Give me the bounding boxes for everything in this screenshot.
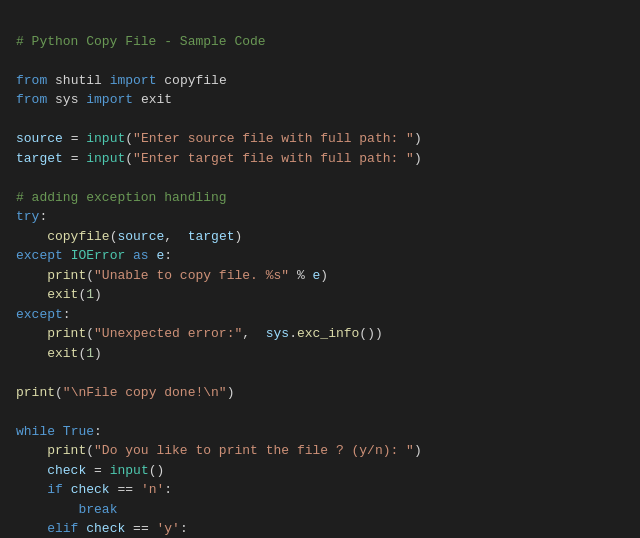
check-input: check = input() — [16, 463, 164, 478]
comment-exception: # adding exception handling — [16, 190, 227, 205]
source-input: source = input("Enter source file with f… — [16, 131, 422, 146]
print-done: print("\nFile copy done!\n") — [16, 385, 234, 400]
import-shutil: from shutil import copyfile — [16, 73, 227, 88]
except-ioerror: except IOError as e: — [16, 248, 172, 263]
print-unexpected: print("Unexpected error:", sys.exc_info(… — [16, 326, 383, 341]
code-editor: # Python Copy File - Sample Code from sh… — [16, 12, 624, 538]
target-input: target = input("Enter target file with f… — [16, 151, 422, 166]
copyfile-call: copyfile(source, target) — [16, 229, 242, 244]
while-true: while True: — [16, 424, 102, 439]
exit-1: exit(1) — [16, 287, 102, 302]
except-general: except: — [16, 307, 71, 322]
if-n: if check == 'n': — [16, 482, 172, 497]
print-ioerror: print("Unable to copy file. %s" % e) — [16, 268, 328, 283]
import-sys: from sys import exit — [16, 92, 172, 107]
try-keyword: try: — [16, 209, 47, 224]
exit-2: exit(1) — [16, 346, 102, 361]
elif-y: elif check == 'y': — [16, 521, 188, 536]
comment-title: # Python Copy File - Sample Code — [16, 34, 266, 49]
break-1: break — [16, 502, 117, 517]
print-question: print("Do you like to print the file ? (… — [16, 443, 422, 458]
